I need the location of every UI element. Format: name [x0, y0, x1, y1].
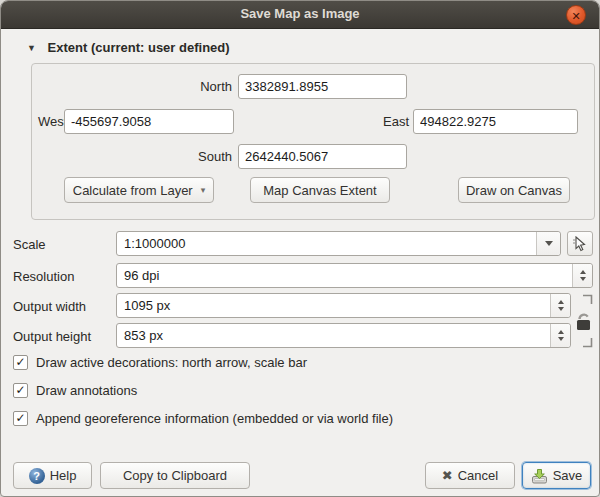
close-icon: ✕ — [571, 10, 580, 22]
checkbox-box[interactable]: ✓ — [13, 411, 28, 426]
save-button[interactable]: Save — [522, 462, 591, 489]
scale-value: 1:1000000 — [117, 236, 536, 251]
titlebar[interactable]: Save Map as Image ✕ — [1, 1, 599, 29]
spin-down-icon — [558, 337, 564, 341]
calculate-from-layer-button[interactable]: Calculate from Layer ▾ — [64, 177, 214, 203]
resolution-spinbox[interactable]: 96 dpi — [116, 263, 593, 288]
extent-section-title: Extent (current: user defined) — [48, 40, 230, 55]
save-map-as-image-dialog: Save Map as Image ✕ ▼ Extent (current: u… — [0, 0, 600, 497]
resolution-spin-buttons[interactable] — [572, 264, 592, 287]
save-button-label: Save — [553, 468, 583, 483]
close-button[interactable]: ✕ — [566, 5, 586, 25]
north-label: North — [32, 79, 232, 94]
check-icon: ✓ — [15, 412, 25, 425]
extent-groupbox: North West East South Calculate from Lay… — [31, 63, 595, 220]
menu-dropdown-icon: ▾ — [201, 185, 206, 195]
checkbox-label: Append georeference information (embedde… — [36, 411, 393, 426]
output-height-spinbox[interactable]: 853 px — [116, 323, 571, 348]
output-width-spinbox[interactable]: 1095 px — [116, 293, 571, 318]
scale-combobox[interactable]: 1:1000000 — [116, 231, 561, 256]
spin-down-icon — [558, 307, 564, 311]
checkbox-label: Draw annotations — [36, 383, 137, 398]
help-button[interactable]: ? Help — [13, 462, 92, 489]
spin-up-icon — [558, 300, 564, 304]
map-canvas-extent-label: Map Canvas Extent — [263, 183, 376, 198]
spin-up-icon — [580, 270, 586, 274]
help-icon-glyph: ? — [33, 470, 40, 482]
chevron-down-icon — [545, 241, 553, 246]
draw-on-canvas-button[interactable]: Draw on Canvas — [458, 177, 570, 203]
scale-label: Scale — [13, 237, 46, 252]
checkbox-append-georeference[interactable]: ✓ Append georeference information (embed… — [13, 411, 393, 426]
cancel-x-icon: ✖ — [442, 468, 453, 483]
east-input[interactable] — [413, 109, 578, 134]
output-height-value: 853 px — [117, 328, 550, 343]
set-scale-from-canvas-button[interactable] — [567, 231, 593, 256]
draw-on-canvas-label: Draw on Canvas — [466, 183, 562, 198]
spin-down-icon — [580, 277, 586, 281]
copy-to-clipboard-label: Copy to Clipboard — [123, 468, 227, 483]
check-icon: ✓ — [15, 356, 25, 369]
output-width-label: Output width — [13, 299, 86, 314]
calculate-from-layer-label: Calculate from Layer — [73, 183, 193, 198]
checkbox-box[interactable]: ✓ — [13, 383, 28, 398]
output-width-spin-buttons[interactable] — [550, 294, 570, 317]
output-width-value: 1095 px — [117, 298, 550, 313]
check-icon: ✓ — [15, 384, 25, 397]
resolution-value: 96 dpi — [117, 268, 572, 283]
cursor-pointer-icon — [572, 236, 588, 252]
help-icon: ? — [29, 468, 45, 484]
west-label: West — [38, 114, 67, 129]
cancel-button-label: Cancel — [458, 468, 498, 483]
collapse-triangle-icon: ▼ — [27, 43, 36, 53]
south-input[interactable] — [238, 144, 407, 169]
window-title: Save Map as Image — [1, 6, 599, 21]
open-lock-icon — [574, 294, 596, 348]
extent-section-header[interactable]: ▼ Extent (current: user defined) — [27, 40, 230, 55]
south-label: South — [32, 149, 232, 164]
output-height-spin-buttons[interactable] — [550, 324, 570, 347]
west-input[interactable] — [64, 109, 234, 134]
scale-dropdown-button[interactable] — [536, 232, 560, 255]
checkbox-draw-annotations[interactable]: ✓ Draw annotations — [13, 383, 137, 398]
save-icon — [531, 468, 548, 484]
map-canvas-extent-button[interactable]: Map Canvas Extent — [250, 177, 390, 203]
east-label: East — [329, 114, 409, 129]
cancel-button[interactable]: ✖ Cancel — [425, 462, 515, 489]
lock-aspect-ratio-button[interactable] — [574, 294, 596, 352]
copy-to-clipboard-button[interactable]: Copy to Clipboard — [100, 462, 250, 489]
help-button-label: Help — [50, 468, 77, 483]
north-input[interactable] — [238, 74, 407, 99]
spin-up-icon — [558, 330, 564, 334]
resolution-label: Resolution — [13, 269, 74, 284]
checkbox-label: Draw active decorations: north arrow, sc… — [36, 355, 307, 370]
checkbox-draw-decorations[interactable]: ✓ Draw active decorations: north arrow, … — [13, 355, 307, 370]
output-height-label: Output height — [13, 329, 91, 344]
checkbox-box[interactable]: ✓ — [13, 355, 28, 370]
